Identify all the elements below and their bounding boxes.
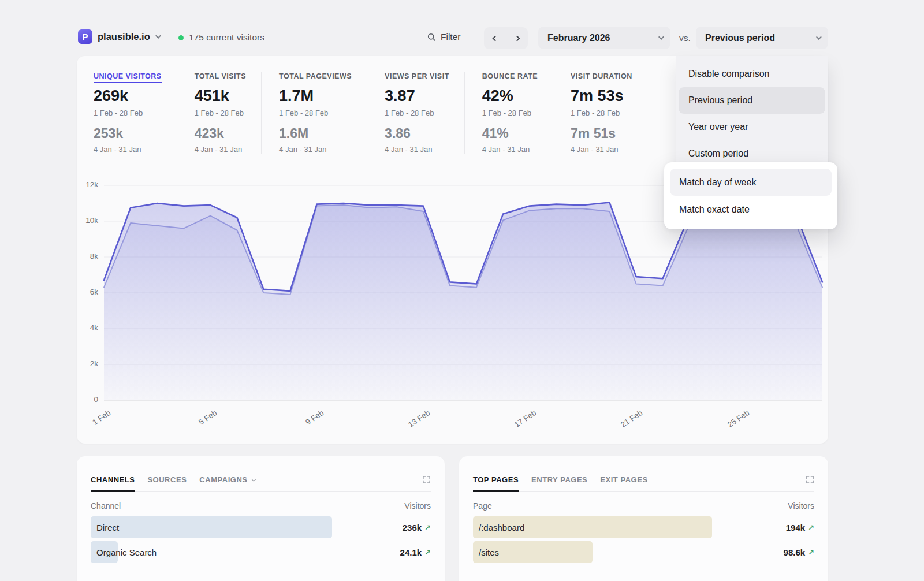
menu-item-year-over-year[interactable]: Year over year bbox=[679, 114, 825, 140]
metric-value: 42% bbox=[482, 87, 538, 105]
chevron-down-icon bbox=[658, 34, 664, 40]
tab-label: EXIT PAGES bbox=[600, 475, 647, 484]
metric-period: 1 Feb - 28 Feb bbox=[94, 109, 162, 117]
plausible-logo-icon: P bbox=[78, 29, 92, 44]
value-bar bbox=[91, 516, 332, 538]
live-dot-icon bbox=[178, 35, 184, 40]
y-axis-tick: 12k bbox=[75, 180, 98, 189]
metric-previous-value: 253k bbox=[94, 126, 162, 141]
metric-previous-value: 7m 51s bbox=[571, 126, 632, 141]
metric-total-visits[interactable]: TOTAL VISITS451k1 Feb - 28 Feb423k4 Jan … bbox=[177, 72, 262, 154]
tab-entry-pages[interactable]: ENTRY PAGES bbox=[531, 468, 587, 491]
metric-label: BOUNCE RATE bbox=[482, 72, 538, 80]
metric-previous-value: 3.86 bbox=[385, 126, 449, 141]
filter-button[interactable]: Filter bbox=[427, 32, 460, 42]
metric-previous-value: 423k bbox=[195, 126, 246, 141]
y-axis-tick: 8k bbox=[75, 252, 98, 260]
chevron-left-icon bbox=[492, 35, 498, 41]
table-body: /:dashboard194k↗/sites98.6k↗ bbox=[473, 516, 814, 563]
top-bar: P plausible.io 175 current visitors Filt… bbox=[77, 0, 828, 56]
previous-period-arrow-button[interactable] bbox=[484, 27, 506, 49]
submenu-item-match-day-of-week[interactable]: Match day of week bbox=[670, 169, 832, 196]
x-axis-tick: 9 Feb bbox=[295, 408, 325, 433]
metric-period: 1 Feb - 28 Feb bbox=[279, 109, 352, 117]
row-name: /sites bbox=[473, 548, 499, 557]
chevron-down-icon bbox=[155, 33, 161, 39]
comparison-select[interactable]: Previous period bbox=[696, 27, 828, 49]
metric-value: 451k bbox=[195, 87, 246, 105]
pages-panel: TOP PAGESENTRY PAGESEXIT PAGES PageVisit… bbox=[459, 456, 828, 581]
column-header: Channel bbox=[91, 501, 121, 511]
tab-label: SOURCES bbox=[147, 475, 187, 484]
metric-value: 269k bbox=[94, 87, 162, 105]
metric-previous-value: 41% bbox=[482, 126, 538, 141]
table-row-direct[interactable]: Direct236k↗ bbox=[91, 516, 431, 538]
site-name: plausible.io bbox=[98, 31, 150, 42]
metric-period: 1 Feb - 28 Feb bbox=[482, 109, 538, 117]
channels-tabs: CHANNELSSOURCESCAMPAIGNS bbox=[91, 468, 431, 492]
column-header: Visitors bbox=[788, 501, 814, 511]
table-body: Direct236k↗Organic Search24.1k↗ bbox=[91, 516, 431, 563]
metric-period: 1 Feb - 28 Feb bbox=[385, 109, 449, 117]
x-axis-tick: 1 Feb bbox=[83, 408, 112, 433]
menu-item-previous-period[interactable]: Previous period bbox=[679, 87, 825, 114]
comparison-value: Previous period bbox=[705, 33, 775, 43]
pages-tabs: TOP PAGESENTRY PAGESEXIT PAGES bbox=[473, 468, 814, 492]
date-range-select[interactable]: February 2026 bbox=[538, 27, 670, 49]
channels-panel: CHANNELSSOURCESCAMPAIGNS ChannelVisitors… bbox=[77, 456, 445, 581]
expand-button[interactable] bbox=[806, 475, 814, 484]
tab-sources[interactable]: SOURCES bbox=[147, 468, 187, 491]
filter-label: Filter bbox=[441, 32, 460, 42]
tab-label: CAMPAIGNS bbox=[199, 475, 247, 484]
metric-views-per-visit[interactable]: VIEWS PER VISIT3.871 Feb - 28 Feb3.864 J… bbox=[367, 72, 465, 154]
metric-previous-period: 4 Jan - 31 Jan bbox=[195, 145, 246, 154]
comparison-submenu: Match day of weekMatch exact date bbox=[664, 162, 837, 229]
table-row-dashboard[interactable]: /:dashboard194k↗ bbox=[473, 516, 814, 538]
metric-label: VISIT DURATION bbox=[571, 72, 632, 80]
table-header: ChannelVisitors bbox=[91, 501, 431, 511]
trend-up-icon: ↗ bbox=[424, 523, 431, 532]
current-visitors-label: 175 current visitors bbox=[189, 32, 264, 43]
row-visitors: 98.6k↗ bbox=[784, 548, 814, 557]
table-row-organic-search[interactable]: Organic Search24.1k↗ bbox=[91, 541, 431, 563]
search-icon bbox=[427, 33, 436, 42]
row-name: /:dashboard bbox=[473, 523, 524, 532]
metric-unique-visitors[interactable]: UNIQUE VISITORS269k1 Feb - 28 Feb253k4 J… bbox=[94, 72, 177, 154]
menu-item-disable-comparison[interactable]: Disable comparison bbox=[679, 61, 825, 87]
row-visitors: 24.1k↗ bbox=[400, 548, 431, 557]
tab-label: CHANNELS bbox=[91, 475, 135, 484]
site-picker[interactable]: P plausible.io bbox=[78, 29, 159, 44]
metrics-row: UNIQUE VISITORS269k1 Feb - 28 Feb253k4 J… bbox=[94, 72, 647, 154]
metric-visit-duration[interactable]: VISIT DURATION7m 53s1 Feb - 28 Feb7m 51s… bbox=[553, 72, 647, 154]
metric-period: 1 Feb - 28 Feb bbox=[195, 109, 246, 117]
x-axis: 1 Feb5 Feb9 Feb13 Feb17 Feb21 Feb25 Feb bbox=[104, 400, 822, 441]
y-axis-tick: 0 bbox=[75, 395, 98, 404]
metric-label: TOTAL VISITS bbox=[195, 72, 246, 80]
column-header: Page bbox=[473, 501, 492, 511]
tab-channels[interactable]: CHANNELS bbox=[91, 468, 135, 491]
metric-value: 3.87 bbox=[385, 87, 449, 105]
trend-up-icon: ↗ bbox=[808, 548, 814, 557]
metric-previous-period: 4 Jan - 31 Jan bbox=[94, 145, 162, 154]
metric-total-pageviews[interactable]: TOTAL PAGEVIEWS1.7M1 Feb - 28 Feb1.6M4 J… bbox=[262, 72, 367, 154]
expand-button[interactable] bbox=[422, 475, 431, 484]
row-name: Direct bbox=[91, 523, 119, 532]
metric-label: UNIQUE VISITORS bbox=[94, 72, 162, 80]
metric-bounce-rate[interactable]: BOUNCE RATE42%1 Feb - 28 Feb41%4 Jan - 3… bbox=[465, 72, 553, 154]
row-name: Organic Search bbox=[91, 548, 157, 557]
table-row-sites[interactable]: /sites98.6k↗ bbox=[473, 541, 814, 563]
submenu-item-match-exact-date[interactable]: Match exact date bbox=[670, 196, 832, 223]
metric-period: 1 Feb - 28 Feb bbox=[571, 109, 632, 117]
tab-exit-pages[interactable]: EXIT PAGES bbox=[600, 468, 647, 491]
x-axis-tick: 13 Feb bbox=[402, 408, 431, 433]
current-visitors: 175 current visitors bbox=[178, 32, 264, 43]
y-axis-tick: 6k bbox=[75, 288, 98, 296]
tab-campaigns[interactable]: CAMPAIGNS bbox=[199, 468, 254, 491]
trend-up-icon: ↗ bbox=[424, 548, 431, 557]
vs-label: vs. bbox=[679, 33, 691, 43]
column-header: Visitors bbox=[404, 501, 431, 511]
row-visitors: 194k↗ bbox=[786, 523, 814, 532]
tab-top-pages[interactable]: TOP PAGES bbox=[473, 468, 519, 491]
next-period-arrow-button[interactable] bbox=[506, 27, 528, 49]
table-header: PageVisitors bbox=[473, 501, 814, 511]
